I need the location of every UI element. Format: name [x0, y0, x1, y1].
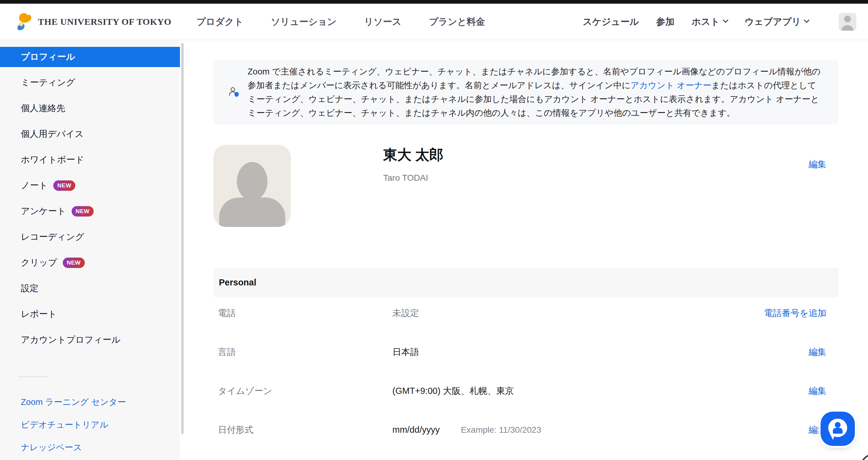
sidebar-item-meetings[interactable]: ミーティング — [0, 73, 180, 93]
sidebar-item-notes[interactable]: ノートNEW — [0, 175, 180, 196]
nav-host-dropdown[interactable]: ホスト — [692, 16, 727, 28]
sidebar-item-reports[interactable]: レポート — [0, 304, 180, 324]
utokyo-logo[interactable]: THE UNIVERSITY OF TOKYO — [15, 12, 172, 31]
sidebar-item-clips[interactable]: クリップNEW — [0, 253, 180, 273]
row-date-format: 日付形式 mm/dd/yyyy Example: 11/30/2023 編集 — [213, 410, 839, 449]
link-learning-center[interactable]: Zoom ラーニング センター — [0, 391, 180, 413]
nav-solutions[interactable]: ソリューション — [271, 16, 336, 28]
sidebar-nav: プロフィール ミーティング 個人連絡先 個人用デバイス ホワイトボード ノートN… — [0, 47, 180, 350]
site-header: THE UNIVERSITY OF TOKYO プロダクト ソリューション リソ… — [0, 4, 868, 40]
link-video-tutorials[interactable]: ビデオチュートリアル — [0, 413, 180, 436]
edit-profile-link[interactable]: 編集 — [809, 158, 826, 171]
row-timezone: タイムゾーン (GMT+9:00) 大阪、札幌、東京 編集 — [213, 372, 839, 410]
nav-plans-pricing[interactable]: プランと料金 — [429, 16, 485, 28]
sidebar-item-whiteboard[interactable]: ホワイトボード — [0, 150, 180, 170]
nav-schedule[interactable]: スケジュール — [583, 16, 639, 28]
row-language: 言語 日本語 編集 — [213, 333, 839, 372]
profile-name: 東大 太郎 — [383, 145, 443, 165]
profile-romanized-name: Taro TODAI — [383, 173, 443, 183]
top-dark-strip — [0, 0, 868, 4]
sidebar-item-personal-contacts[interactable]: 個人連絡先 — [0, 98, 180, 118]
edit-timezone-link[interactable]: 編集 — [809, 385, 826, 397]
row-phone: 電話 未設定 電話番号を追加 — [213, 294, 839, 333]
row-value: (GMT+9:00) 大阪、札幌、東京 — [392, 385, 514, 397]
sidebar: プロフィール ミーティング 個人連絡先 個人用デバイス ホワイトボード ノートN… — [0, 40, 180, 460]
link-knowledge-base[interactable]: ナレッジベース — [0, 436, 180, 459]
row-value: 未設定 — [392, 307, 419, 319]
new-badge: NEW — [72, 206, 94, 217]
sidebar-item-surveys[interactable]: アンケートNEW — [0, 201, 180, 222]
ginkgo-leaf-icon — [15, 12, 33, 31]
logo-text: THE UNIVERSITY OF TOKYO — [38, 17, 172, 27]
nav-resources[interactable]: リソース — [364, 16, 402, 28]
privacy-notice: Zoom で主催されるミーティング、ウェビナー、チャット、またはチャネルに参加す… — [213, 60, 839, 125]
scrollbar-track — [180, 40, 185, 460]
sidebar-item-settings[interactable]: 設定 — [0, 278, 180, 298]
profile-header: 東大 太郎 Taro TODAI 編集 — [213, 145, 839, 227]
edit-language-link[interactable]: 編集 — [809, 346, 826, 358]
chevron-down-icon — [723, 17, 728, 23]
account-owner-link[interactable]: アカウント オーナー — [630, 81, 711, 90]
personal-section-title: Personal — [219, 278, 256, 288]
row-value: mm/dd/yyyy — [392, 425, 440, 435]
row-value: 日本語 — [392, 346, 419, 358]
sidebar-footer-links: Zoom ラーニング センター ビデオチュートリアル ナレッジベース — [0, 391, 180, 459]
sidebar-item-personal-devices[interactable]: 個人用デバイス — [0, 124, 180, 144]
new-badge: NEW — [53, 180, 75, 191]
date-format-example: Example: 11/30/2023 — [461, 425, 541, 435]
new-badge: NEW — [63, 258, 85, 268]
nav-products[interactable]: プロダクト — [196, 16, 244, 28]
profile-privacy-icon — [228, 86, 240, 98]
chevron-down-icon — [804, 17, 809, 23]
row-label: 言語 — [218, 346, 392, 358]
row-label: 電話 — [218, 307, 392, 319]
profile-avatar[interactable] — [213, 145, 291, 227]
support-chat-button[interactable] — [820, 412, 855, 446]
chat-bubble-person-icon — [828, 419, 847, 437]
privacy-notice-text: Zoom で主催されるミーティング、ウェビナー、チャット、またはチャネルに参加す… — [248, 65, 825, 120]
row-label: タイムゾーン — [218, 385, 392, 397]
scrollbar-thumb[interactable] — [181, 43, 184, 434]
main-nav: プロダクト ソリューション リソース プランと料金 — [196, 16, 485, 28]
sidebar-item-profile[interactable]: プロフィール — [0, 47, 180, 67]
header-avatar[interactable] — [839, 13, 856, 31]
row-label: 日付形式 — [218, 424, 392, 436]
sidebar-item-account-profile[interactable]: アカウントプロフィール — [0, 330, 180, 350]
content-shell: プロフィール ミーティング 個人連絡先 個人用デバイス ホワイトボード ノートN… — [0, 40, 868, 460]
sidebar-divider — [18, 376, 49, 377]
zoom-profile-page: THE UNIVERSITY OF TOKYO プロダクト ソリューション リソ… — [0, 0, 868, 460]
personal-rows: 電話 未設定 電話番号を追加 言語 日本語 編集 タイムゾーン (GMT+9:0… — [213, 294, 839, 449]
profile-info: 東大 太郎 Taro TODAI — [383, 145, 443, 227]
right-nav: スケジュール 参加 ホスト ウェブアプリ — [583, 13, 856, 31]
sidebar-item-recordings[interactable]: レコーディング — [0, 227, 180, 247]
nav-webapp-dropdown[interactable]: ウェブアプリ — [745, 16, 809, 28]
nav-join[interactable]: 参加 — [656, 16, 675, 28]
main-content: Zoom で主催されるミーティング、ウェビナー、チャット、またはチャネルに参加す… — [185, 40, 868, 460]
personal-section-bar: Personal — [213, 268, 839, 297]
add-phone-number-link[interactable]: 電話番号を追加 — [764, 307, 826, 319]
